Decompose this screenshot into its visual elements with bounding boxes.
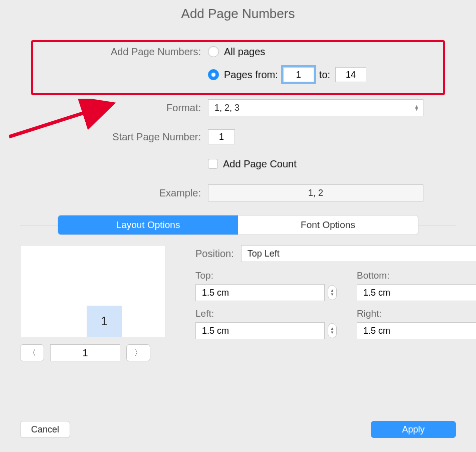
divider [20,225,58,225]
margin-top-input[interactable] [195,284,325,301]
add-page-numbers-label: Add Page Numbers: [20,46,208,58]
add-page-count-label: Add Page Count [223,158,297,170]
start-number-input[interactable] [208,129,235,144]
margin-bottom-input[interactable] [357,284,476,301]
example-label: Example: [20,187,208,199]
margin-left-input[interactable] [195,322,325,339]
pages-from-radio[interactable] [208,69,219,80]
pages-to-label: to: [319,69,330,81]
dialog-title: Add Page Numbers [0,0,476,34]
pages-from-input[interactable] [283,67,314,82]
position-select-value: Top Left [248,249,280,259]
margin-top-label: Top: [195,270,337,281]
prev-page-button[interactable]: 〈 [20,344,44,361]
cancel-button[interactable]: Cancel [20,421,70,438]
pages-from-radio-label: Pages from: [224,69,278,81]
margin-bottom-label: Bottom: [357,270,476,281]
format-select[interactable]: 1, 2, 3 ▲▼ [208,99,423,116]
page-preview-number: 1 [87,306,122,337]
all-pages-radio[interactable] [208,46,219,57]
add-page-count-checkbox[interactable] [208,159,218,169]
chevron-up-down-icon: ▲▼ [414,105,419,111]
tab-layout-options[interactable]: Layout Options [58,215,238,235]
margin-top-stepper[interactable]: ▲▼ [328,285,337,300]
margin-left-label: Left: [195,308,337,319]
example-display: 1, 2 [208,184,423,201]
preview-page-input[interactable] [50,344,120,361]
all-pages-radio-label: All pages [224,46,265,58]
page-preview: 1 [20,245,165,337]
margin-left-stepper[interactable]: ▲▼ [328,323,337,338]
chevron-left-icon: 〈 [28,348,36,358]
tab-font-options[interactable]: Font Options [238,215,418,235]
chevron-right-icon: 〉 [134,348,142,358]
pages-to-input[interactable] [335,67,366,82]
margin-right-label: Right: [357,308,476,319]
next-page-button[interactable]: 〉 [126,344,150,361]
position-label: Position: [195,248,234,260]
format-select-value: 1, 2, 3 [214,103,240,113]
apply-button[interactable]: Apply [371,421,456,438]
divider [418,225,456,225]
position-select[interactable]: Top Left ▲▼ [241,245,476,262]
format-label: Format: [20,102,208,114]
start-number-label: Start Page Number: [20,131,208,143]
margin-right-input[interactable] [357,322,476,339]
